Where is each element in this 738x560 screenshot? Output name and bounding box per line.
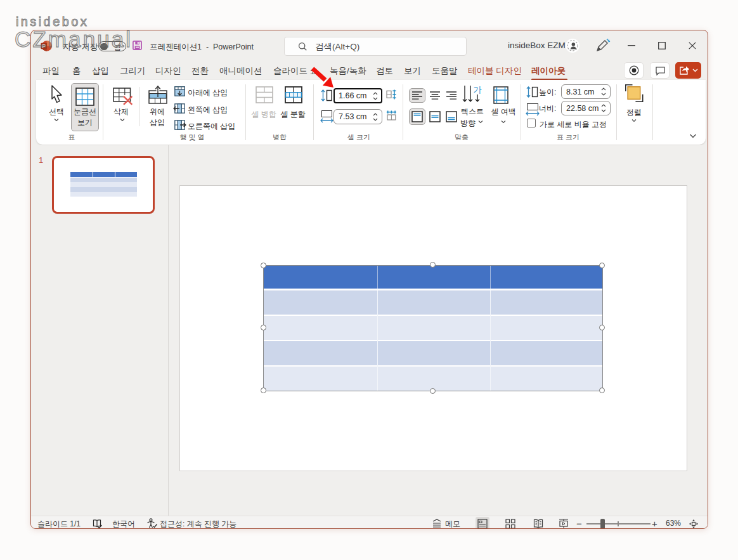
svg-text:가: 가	[474, 85, 482, 94]
